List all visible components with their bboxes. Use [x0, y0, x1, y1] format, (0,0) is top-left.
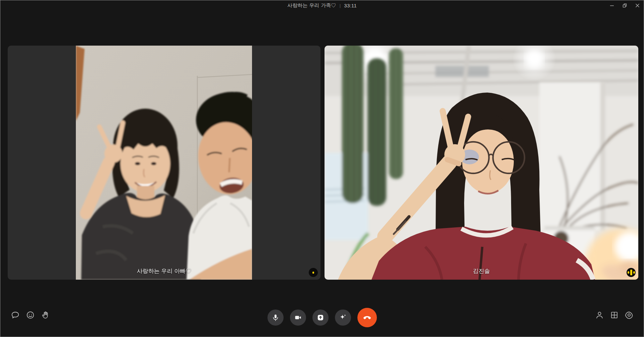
audio-level-bar [633, 271, 635, 274]
close-icon [635, 3, 640, 8]
toolbar-center-group [267, 308, 377, 327]
emoji-button[interactable] [26, 310, 35, 320]
share-screen-icon [316, 313, 325, 322]
raise-hand-icon [41, 311, 50, 320]
camera-button[interactable] [290, 310, 306, 326]
layout-grid-icon [610, 311, 618, 319]
call-toolbar [0, 298, 644, 337]
audio-level-indicator [309, 268, 318, 277]
chat-icon [11, 311, 20, 320]
audio-level-bar [312, 272, 314, 274]
title-separator: | [340, 3, 341, 8]
share-screen-button[interactable] [312, 310, 329, 326]
settings-icon [625, 311, 634, 320]
hang-up-button[interactable] [357, 308, 377, 327]
microphone-button[interactable] [267, 310, 284, 326]
call-title: 사랑하는 우리 가족♡ [287, 2, 336, 9]
window-controls [605, 0, 644, 10]
emoji-icon [26, 311, 35, 320]
minimize-icon [610, 3, 614, 8]
settings-button[interactable] [624, 310, 634, 320]
effects-button[interactable] [335, 310, 351, 326]
video-call-window: 사랑하는 우리 가족♡ | 33:11 [0, 0, 644, 337]
layout-grid-button[interactable] [609, 310, 619, 320]
camera-icon [294, 314, 302, 322]
effects-icon [339, 313, 347, 322]
participants-icon [595, 311, 604, 320]
minimize-button[interactable] [605, 0, 618, 10]
remote-video-illustration [76, 46, 252, 280]
self-video-feed [325, 46, 638, 280]
video-tile-remote[interactable]: 사랑하는 우리 아빠♡ [8, 46, 320, 280]
microphone-icon [271, 314, 280, 322]
toolbar-right-group [595, 310, 634, 320]
raise-hand-button[interactable] [41, 310, 50, 320]
remote-video-feed [76, 46, 252, 280]
titlebar: 사랑하는 우리 가족♡ | 33:11 [0, 0, 644, 10]
call-duration: 33:11 [344, 3, 356, 8]
restore-icon [623, 3, 627, 8]
toolbar-left-group [10, 310, 50, 320]
chat-button[interactable] [10, 310, 20, 320]
participants-button[interactable] [595, 310, 604, 320]
restore-button[interactable] [618, 0, 631, 10]
audio-level-bar [628, 271, 629, 274]
audio-level-bar [630, 270, 632, 275]
self-video-illustration [325, 46, 638, 280]
hang-up-icon [362, 313, 372, 323]
audio-level-indicator [627, 268, 636, 277]
close-button[interactable] [631, 0, 644, 10]
video-tile-self[interactable]: 김진솔 [325, 46, 638, 280]
